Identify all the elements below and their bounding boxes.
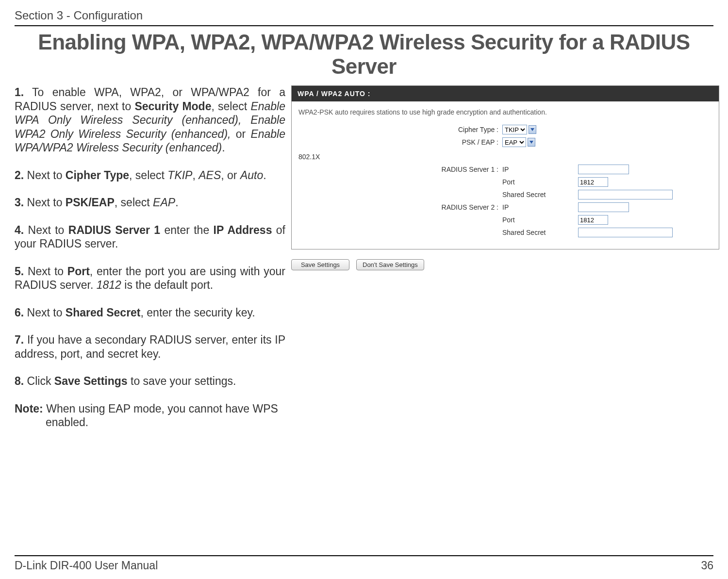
cipher-type-select[interactable]: TKIP: [502, 125, 527, 134]
text: , select: [129, 169, 167, 182]
ip-label: IP: [502, 203, 575, 211]
text-italic: 1812: [97, 279, 121, 291]
section-header: Section 3 - Configuration: [15, 9, 713, 22]
radius1-port-row: Port: [415, 177, 712, 187]
secret-label: Shared Secret: [502, 191, 575, 199]
svg-marker-1: [529, 141, 533, 144]
radius2-label: RADIUS Server 2 :: [415, 203, 502, 211]
text: Click: [24, 375, 54, 387]
radius1-secret-input[interactable]: [578, 190, 673, 199]
page-number: 36: [701, 559, 713, 572]
text-bold: Save Settings: [54, 375, 128, 387]
port-label: Port: [502, 216, 575, 224]
port-label: Port: [502, 178, 575, 186]
screenshot-panel-wrap: WPA / WPA2 AUTO : WPA2-PSK auto requires…: [291, 85, 713, 443]
step-number: 8.: [15, 375, 24, 387]
text: enabled.: [15, 415, 285, 430]
step-number: 5.: [15, 265, 24, 278]
radius1-port-input[interactable]: [578, 177, 608, 187]
step-4: 4. Next to RADIUS Server 1 enter the IP …: [15, 223, 285, 251]
chevron-down-icon: [528, 138, 535, 147]
top-divider: [15, 25, 713, 26]
text-italic: TKIP: [167, 169, 192, 182]
cipher-type-row: Cipher Type : TKIP: [415, 125, 712, 134]
text: , enter the security key.: [141, 306, 255, 319]
ip-label: IP: [502, 165, 575, 173]
text: Next to: [24, 306, 66, 319]
text: , or: [221, 169, 240, 182]
save-settings-button[interactable]: Save Settings: [291, 259, 349, 270]
panel-body: WPA2-PSK auto requires stations to use h…: [292, 101, 719, 249]
text: , select: [211, 100, 250, 113]
text-bold: Security Mode: [134, 100, 211, 113]
text-bold: IP Address: [214, 224, 272, 236]
panel-description: WPA2-PSK auto requires stations to use h…: [298, 108, 712, 116]
text-bold: Cipher Type: [66, 169, 129, 182]
cipher-type-label: Cipher Type :: [415, 126, 502, 133]
step-number: 3.: [15, 196, 24, 209]
note-label: Note:: [15, 402, 43, 415]
step-3: 3. Next to PSK/EAP, select EAP.: [15, 196, 285, 210]
content-row: 1. To enable WPA, WPA2, or WPA/WPA2 for …: [15, 85, 713, 443]
radius1-ip-input[interactable]: [578, 165, 629, 174]
step-5: 5. Next to Port, enter the port you are …: [15, 265, 285, 292]
button-row: Save Settings Don't Save Settings: [291, 259, 713, 270]
text-bold: Shared Secret: [66, 306, 141, 319]
text: or: [231, 128, 250, 140]
psk-eap-label: PSK / EAP :: [415, 138, 502, 146]
step-1: 1. To enable WPA, WPA2, or WPA/WPA2 for …: [15, 85, 285, 155]
instructions-column: 1. To enable WPA, WPA2, or WPA/WPA2 for …: [15, 85, 285, 443]
text: When using EAP mode, you cannot have WPS: [43, 402, 278, 415]
step-number: 4.: [15, 224, 24, 236]
secret-label: Shared Secret: [502, 229, 575, 236]
step-2: 2. Next to Cipher Type, select TKIP, AES…: [15, 168, 285, 182]
text: enter the: [160, 224, 214, 236]
text: Next to: [24, 265, 67, 278]
text: is the default port.: [121, 279, 213, 291]
text-bold: Port: [67, 265, 90, 278]
form-area: Cipher Type : TKIP PSK / EAP : EAP: [298, 125, 712, 147]
radius2-port-input[interactable]: [578, 215, 608, 225]
radius2-secret-row: Shared Secret: [415, 228, 712, 237]
page-title: Enabling WPA, WPA2, WPA/WPA2 Wireless Se…: [15, 30, 713, 79]
psk-eap-select[interactable]: EAP: [502, 137, 526, 147]
step-7: 7. If you have a secondary RADIUS server…: [15, 333, 285, 361]
page-footer: D-Link DIR-400 User Manual 36: [15, 555, 713, 572]
psk-eap-row: PSK / EAP : EAP: [415, 137, 712, 147]
text-italic: AES: [199, 169, 221, 182]
text: to save your settings.: [128, 375, 236, 387]
text: .: [175, 196, 178, 209]
chevron-down-icon: [529, 125, 536, 134]
step-number: 1.: [15, 86, 24, 99]
text-bold: PSK/EAP: [66, 196, 115, 209]
text-italic: EAP: [153, 196, 175, 209]
bottom-divider: [15, 555, 713, 556]
text: Next to: [24, 169, 66, 182]
footer-left: D-Link DIR-400 User Manual: [15, 559, 158, 572]
step-number: 2.: [15, 169, 24, 182]
eight02-1x-label: 802.1X: [298, 153, 712, 161]
radius1-ip-row: RADIUS Server 1 : IP: [415, 165, 712, 174]
radius2-secret-input[interactable]: [578, 228, 673, 237]
radius2-port-row: Port: [415, 215, 712, 225]
radius-area: RADIUS Server 1 : IP Port: [298, 165, 712, 237]
text: Next to: [24, 224, 68, 236]
text: Next to: [24, 196, 66, 209]
text: If you have a secondary RADIUS server, e…: [15, 333, 285, 360]
dont-save-settings-button[interactable]: Don't Save Settings: [356, 259, 424, 270]
radius1-label: RADIUS Server 1 :: [415, 165, 502, 173]
radius2-ip-input[interactable]: [578, 202, 629, 212]
text: .: [263, 169, 266, 182]
text-italic: Auto: [240, 169, 263, 182]
step-6: 6. Next to Shared Secret, enter the secu…: [15, 306, 285, 320]
text: .: [222, 141, 225, 154]
panel-title: WPA / WPA2 AUTO :: [292, 86, 719, 101]
note: Note: When using EAP mode, you cannot ha…: [15, 402, 285, 430]
step-number: 6.: [15, 306, 24, 319]
radius2-ip-row: RADIUS Server 2 : IP: [415, 202, 712, 212]
config-panel: WPA / WPA2 AUTO : WPA2-PSK auto requires…: [291, 85, 719, 249]
radius1-secret-row: Shared Secret: [415, 190, 712, 199]
step-number: 7.: [15, 333, 24, 346]
text-bold: RADIUS Server 1: [68, 224, 160, 236]
step-8: 8. Click Save Settings to save your sett…: [15, 374, 285, 388]
